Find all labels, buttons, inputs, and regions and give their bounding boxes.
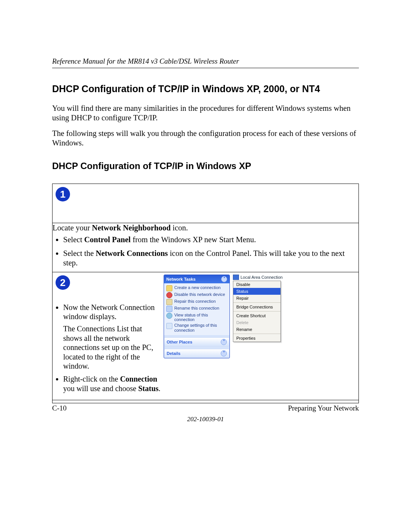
- step2-cell: 2 Now the Network Connection window disp…: [53, 272, 359, 403]
- menu-repair[interactable]: Repair: [233, 295, 280, 302]
- menu-bridge[interactable]: Bridge Connections: [233, 304, 280, 310]
- heading-sub: DHCP Configuration of TCP/IP in Windows …: [52, 161, 359, 171]
- new-connection-icon: [166, 285, 172, 291]
- step2-text: 2 Now the Network Connection window disp…: [53, 272, 164, 403]
- xp-task-change[interactable]: Change settings of this connection: [166, 323, 227, 333]
- collapse-icon[interactable]: ˄: [221, 276, 227, 282]
- step1-bullet-1: Select Control Panel from the Windows XP…: [63, 235, 358, 244]
- step1-number-badge: 1: [56, 187, 70, 201]
- xp-local-area-connection[interactable]: Local Area Connection: [233, 275, 288, 280]
- expand-icon[interactable]: ˅: [221, 339, 227, 345]
- menu-delete: Delete: [233, 319, 280, 326]
- step1-intro: Locate your Network Neighborhood icon.: [53, 224, 188, 232]
- xp-task-repair[interactable]: Repair this connection: [166, 299, 227, 305]
- xp-context-menu: Disable Status Repair Bridge Connections…: [233, 281, 281, 342]
- xp-task-disable[interactable]: Disable this network device: [166, 292, 227, 299]
- step2-bullet-1: Now the Network Connection window displa…: [63, 303, 161, 371]
- step1-bullet-2: Select the Network Connections icon on t…: [63, 249, 358, 268]
- step2-number-badge: 2: [56, 275, 70, 290]
- menu-rename[interactable]: Rename: [233, 326, 280, 333]
- xp-task-create[interactable]: Create a new connection: [166, 285, 227, 292]
- expand-icon[interactable]: ˅: [221, 350, 227, 356]
- steps-table: 1 Locate your Network Neighborhood icon.…: [52, 184, 359, 403]
- running-header: Reference Manual for the MR814 v3 Cable/…: [52, 57, 359, 68]
- view-status-icon: [166, 313, 172, 319]
- step1-body: Locate your Network Neighborhood icon. S…: [53, 223, 359, 272]
- footer-section-title: Preparing Your Network: [288, 404, 359, 412]
- repair-icon: [166, 299, 172, 305]
- step1-header: 1: [53, 184, 359, 223]
- xp-task-panel: Network Tasks ˄ Create a new connection …: [164, 275, 230, 359]
- xp-other-places-header[interactable]: Other Places ˅: [164, 337, 229, 347]
- xp-task-rename[interactable]: Rename this connection: [166, 305, 227, 312]
- intro-paragraph-2: The following steps will walk you throug…: [52, 129, 359, 148]
- footer-page-number: C-10: [52, 404, 67, 412]
- disable-icon: [166, 292, 172, 298]
- footer-doc-number: 202-10039-01: [52, 415, 359, 423]
- step2-bullet-2: Right-click on the Connection you will u…: [63, 374, 161, 393]
- xp-task-view[interactable]: View status of this connection: [166, 312, 227, 323]
- xp-network-tasks-header[interactable]: Network Tasks ˄: [164, 275, 229, 283]
- settings-icon: [166, 323, 172, 329]
- menu-properties[interactable]: Properties: [233, 335, 280, 342]
- intro-paragraph-1: You will find there are many similaritie…: [52, 104, 359, 123]
- heading-main: DHCP Configuration of TCP/IP in Windows …: [52, 83, 359, 94]
- xp-screenshot: Network Tasks ˄ Create a new connection …: [164, 275, 355, 359]
- menu-disable[interactable]: Disable: [233, 281, 280, 288]
- xp-details-header[interactable]: Details ˅: [164, 349, 229, 358]
- page-footer: C-10 Preparing Your Network 202-10039-01: [52, 400, 359, 423]
- rename-icon: [166, 306, 172, 312]
- lan-icon: [233, 275, 239, 280]
- menu-shortcut[interactable]: Create Shortcut: [233, 312, 280, 319]
- menu-status[interactable]: Status: [233, 288, 280, 295]
